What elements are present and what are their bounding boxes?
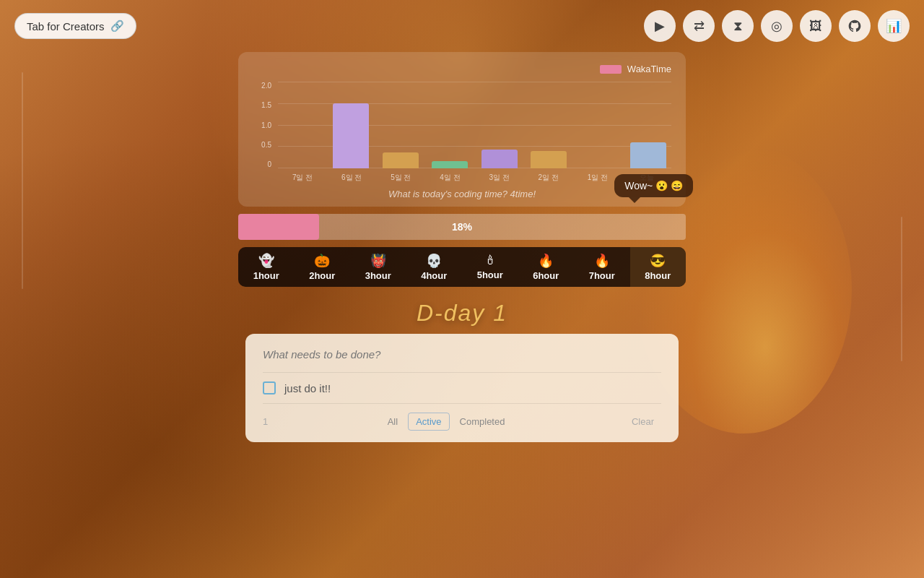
hour-tab-7[interactable]: 🔥 7hour — [574, 247, 630, 287]
legend-color-wakatime — [600, 65, 622, 74]
dday-section: D-day 1 — [0, 300, 924, 327]
brand-label: Tab for Creators — [27, 20, 105, 33]
chart-legend: WakaTime — [253, 64, 671, 74]
bar-3 — [432, 161, 468, 168]
hour-tab-2-label: 2hour — [309, 270, 335, 281]
hour-tab-8[interactable]: 😎 8hour — [630, 247, 687, 287]
hour-tab-4-emoji: 💀 — [426, 253, 442, 269]
hour-tab-6[interactable]: 🔥 6hour — [518, 247, 575, 287]
bar-group-4 — [476, 82, 523, 168]
stats-button[interactable]: 📊 — [878, 10, 910, 42]
dday-label: D-day 1 — [417, 300, 507, 326]
bar-group-7 — [624, 82, 671, 168]
target-button[interactable]: ◎ — [761, 10, 793, 42]
todo-item-1: just do it!! — [263, 381, 661, 394]
github-button[interactable] — [839, 10, 871, 42]
bar-2 — [383, 152, 419, 168]
y-axis: 2.0 1.5 1.0 0.5 0 — [253, 82, 274, 168]
todo-input[interactable] — [263, 348, 661, 361]
hour-tab-6-emoji: 🔥 — [538, 253, 554, 269]
hour-tab-5[interactable]: 🕯 5hour — [462, 247, 518, 287]
bar-1 — [333, 103, 369, 168]
bar-group-6 — [575, 82, 622, 168]
hour-tab-3[interactable]: 👹 3hour — [350, 247, 406, 287]
hour-tab-3-emoji: 👹 — [370, 253, 386, 269]
progress-section: 18% Wow~ 😮 😄 — [238, 214, 686, 240]
hour-tab-4-label: 4hour — [421, 270, 447, 281]
filter-active-button[interactable]: Active — [408, 413, 449, 431]
timer-button[interactable]: ⧗ — [722, 10, 754, 42]
todo-footer: 1 All Active Completed Clear — [263, 403, 661, 431]
bar-group-0 — [278, 82, 325, 168]
clear-button[interactable]: Clear — [624, 413, 661, 430]
bar-group-2 — [377, 82, 424, 168]
todo-text-1: just do it!! — [284, 382, 331, 394]
brand-emoji: 🔗 — [110, 20, 124, 33]
hour-tab-2[interactable]: 🎃 2hour — [295, 247, 351, 287]
filter-all-button[interactable]: All — [380, 413, 405, 430]
bar-4 — [481, 150, 518, 168]
filter-completed-button[interactable]: Completed — [453, 413, 513, 430]
todo-checkbox-1[interactable] — [263, 381, 276, 394]
hour-tab-8-label: 8hour — [645, 270, 671, 281]
play-button[interactable]: ▶ — [644, 10, 676, 42]
hour-tabs: 👻 1hour 🎃 2hour 👹 3hour 💀 4hour 🕯 5hour … — [238, 247, 686, 287]
progress-bar-fill — [238, 214, 319, 240]
bars-container — [278, 82, 671, 168]
hour-tab-1[interactable]: 👻 1hour — [238, 247, 295, 287]
hour-tab-1-emoji: 👻 — [258, 253, 274, 269]
hour-tab-3-label: 3hour — [365, 270, 391, 281]
hour-tab-6-label: 6hour — [533, 270, 559, 281]
shuffle-button[interactable]: ⇄ — [683, 10, 715, 42]
progress-bar: 18% — [238, 214, 686, 240]
hour-tab-7-emoji: 🔥 — [594, 253, 610, 269]
bar-group-3 — [427, 82, 474, 168]
x-labels: 7일 전 6일 전 5일 전 4일 전 3일 전 2일 전 1일 전 오늘 — [278, 173, 671, 183]
brand-button[interactable]: Tab for Creators 🔗 — [14, 13, 136, 39]
image-button[interactable]: 🖼 — [800, 10, 832, 42]
legend-label-wakatime: WakaTime — [627, 64, 671, 74]
nav-icons: ▶ ⇄ ⧗ ◎ 🖼 📊 — [644, 10, 910, 42]
bar-5 — [531, 151, 567, 168]
chart-area: 2.0 1.5 1.0 0.5 0 — [253, 82, 671, 183]
bar-7 — [630, 142, 666, 168]
progress-label: 18% — [452, 221, 472, 233]
hour-tab-8-emoji: 😎 — [650, 253, 666, 269]
bar-group-5 — [526, 82, 572, 168]
todo-panel: just do it!! 1 All Active Completed Clea… — [245, 334, 679, 442]
bar-group-1 — [328, 82, 375, 168]
hour-tab-7-label: 7hour — [589, 270, 615, 281]
hour-tab-5-emoji: 🕯 — [484, 253, 497, 268]
chart-subtitle: What is today's coding time? 4time! — [253, 189, 671, 199]
hour-tab-4[interactable]: 💀 4hour — [406, 247, 463, 287]
todo-divider — [263, 372, 661, 373]
hour-tab-5-label: 5hour — [477, 269, 503, 280]
hour-tab-2-emoji: 🎃 — [314, 253, 330, 269]
todo-count: 1 — [263, 416, 268, 427]
top-bar: Tab for Creators 🔗 ▶ ⇄ ⧗ ◎ 🖼 📊 — [0, 0, 924, 52]
wow-bubble: Wow~ 😮 😄 — [614, 174, 693, 197]
hour-tab-1-label: 1hour — [253, 270, 279, 281]
